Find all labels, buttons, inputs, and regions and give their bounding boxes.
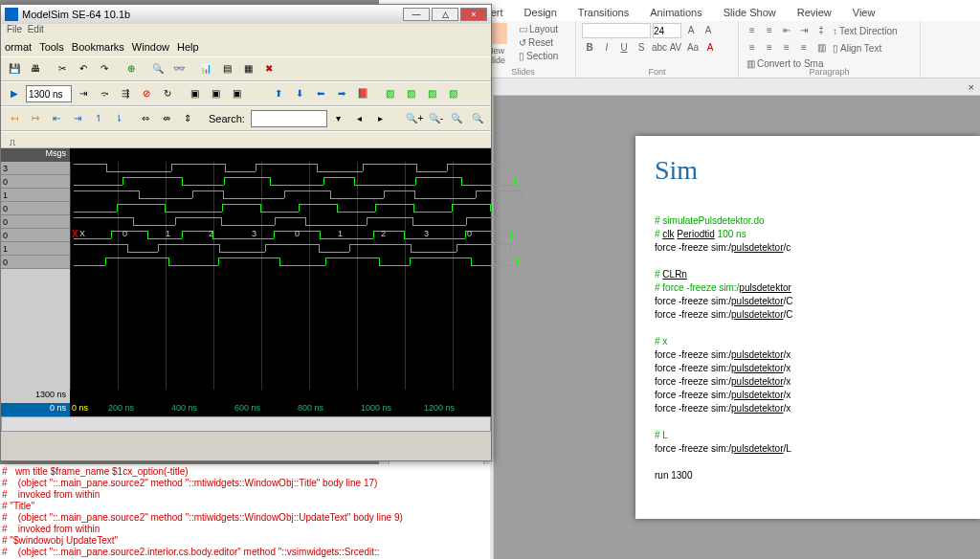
- signal-row[interactable]: 0: [1, 256, 70, 269]
- maximize-button[interactable]: △: [432, 8, 458, 21]
- edge-rise-icon[interactable]: ↿: [89, 109, 108, 128]
- char-spacing-button[interactable]: AV: [668, 40, 683, 56]
- tab-design[interactable]: Design: [514, 4, 568, 21]
- layer3-icon[interactable]: ▧: [422, 84, 441, 103]
- signal-row[interactable]: 0: [1, 202, 70, 215]
- tab-animations[interactable]: Animations: [639, 4, 712, 21]
- save-icon[interactable]: 💾: [5, 59, 24, 78]
- down-arrow-icon[interactable]: ⬇: [290, 84, 309, 103]
- add-icon[interactable]: ⊕: [122, 59, 141, 78]
- tab-transitions[interactable]: Transitions: [568, 4, 639, 21]
- current-slide[interactable]: Sim # simulatePulsdetektor.do# clk Perio…: [635, 136, 980, 519]
- wave-mode-icon[interactable]: ⎍: [5, 133, 20, 146]
- restart-icon[interactable]: ↻: [158, 84, 177, 103]
- waveform-canvas[interactable]: XX012301230: [70, 148, 491, 416]
- numbering-button[interactable]: ≡: [762, 23, 777, 38]
- wave-viewer[interactable]: Msgs 30100010 1300 ns 0 ns XX012301230 0…: [1, 148, 491, 416]
- step-icon[interactable]: ⇥: [74, 84, 93, 103]
- find-next-icon[interactable]: ▸: [371, 109, 390, 128]
- slide-title[interactable]: Sim: [655, 155, 961, 186]
- close-outline-button[interactable]: ×: [969, 81, 974, 93]
- indent-dec-button[interactable]: ⇤: [779, 23, 794, 38]
- find-prev-icon[interactable]: ◂: [350, 109, 369, 128]
- slide-code-block[interactable]: # simulatePulsdetektor.do# clk Periodtid…: [655, 214, 961, 482]
- expand-all-icon[interactable]: ⇕: [178, 109, 197, 128]
- font-family-select[interactable]: [582, 23, 651, 38]
- zoom-out-icon[interactable]: 🔍-: [426, 109, 445, 128]
- horizontal-scrollbar[interactable]: [1, 416, 491, 432]
- line-spacing-button[interactable]: ‡: [813, 23, 829, 38]
- change-case-button[interactable]: Aa: [685, 40, 701, 56]
- slide-editor-area[interactable]: Sim # simulatePulsdetektor.do# clk Perio…: [494, 96, 980, 559]
- align-center-button[interactable]: ≡: [762, 40, 777, 56]
- cancel-icon[interactable]: ✖: [259, 59, 278, 78]
- edge-prev-icon[interactable]: ⇤: [47, 109, 66, 128]
- align-text-button[interactable]: ▯Align Text: [831, 40, 883, 56]
- signal-row[interactable]: 1: [1, 242, 70, 256]
- align-right-button[interactable]: ≡: [779, 40, 794, 56]
- shrink-font-button[interactable]: A: [701, 23, 716, 38]
- run-icon[interactable]: ▶: [5, 84, 24, 103]
- menu-window[interactable]: Window: [132, 41, 169, 53]
- left-arrow-icon[interactable]: ⬅: [311, 84, 330, 103]
- search-dropdown-icon[interactable]: ▾: [329, 109, 348, 128]
- signal-row[interactable]: 0: [1, 229, 70, 242]
- up-arrow-icon[interactable]: ⬆: [269, 84, 288, 103]
- transcript-console[interactable]: # wm title $frame_name $1cx_option(-titl…: [0, 464, 490, 560]
- cut-icon[interactable]: ✂: [53, 59, 72, 78]
- strike-button[interactable]: S: [634, 40, 649, 56]
- align-left-button[interactable]: ≡: [745, 40, 760, 56]
- layer1-icon[interactable]: ▧: [380, 84, 399, 103]
- close-button[interactable]: ×: [460, 8, 487, 21]
- font-color-button[interactable]: A: [702, 40, 718, 56]
- redo-icon[interactable]: ↷: [95, 59, 114, 78]
- menu-format[interactable]: ormat: [5, 41, 32, 53]
- book-icon[interactable]: 📕: [353, 84, 372, 103]
- layer4-icon[interactable]: ▧: [443, 84, 462, 103]
- cursor-next-icon[interactable]: ↦: [26, 109, 45, 128]
- collapse-icon[interactable]: ⇎: [157, 109, 176, 128]
- search-input[interactable]: [251, 110, 327, 127]
- undo-icon[interactable]: ↶: [74, 59, 93, 78]
- expand-icon[interactable]: ⇔: [136, 109, 155, 128]
- layer2-icon[interactable]: ▧: [401, 84, 420, 103]
- edge-fall-icon[interactable]: ⇂: [109, 109, 128, 128]
- zoom-in-icon[interactable]: 🔍+: [405, 109, 424, 128]
- step-over-icon[interactable]: ⤼: [95, 84, 114, 103]
- run-all-icon[interactable]: ⇶: [116, 84, 135, 103]
- zoom-fit-icon[interactable]: 🔍: [468, 109, 487, 128]
- bold-button[interactable]: B: [582, 40, 597, 56]
- cursor-prev-icon[interactable]: ↤: [5, 109, 24, 128]
- tab-slideshow[interactable]: Slide Show: [713, 4, 787, 21]
- grow-font-button[interactable]: A: [683, 23, 699, 38]
- signal-row[interactable]: 1: [1, 189, 70, 202]
- menu-tools[interactable]: Tools: [39, 41, 64, 53]
- group1-icon[interactable]: ▣: [185, 84, 204, 103]
- time-ruler[interactable]: 0 ns 200 ns400 ns600 ns800 ns1000 ns1200…: [70, 390, 491, 416]
- section-button[interactable]: ▯Section: [517, 50, 560, 62]
- zoom-full-icon[interactable]: 🔍: [447, 109, 466, 128]
- shadow-button[interactable]: abc: [651, 40, 666, 56]
- group2-icon[interactable]: ▣: [206, 84, 225, 103]
- indent-inc-button[interactable]: ⇥: [796, 23, 812, 38]
- italic-button[interactable]: I: [599, 40, 614, 56]
- signal-row[interactable]: 0: [1, 215, 70, 229]
- group3-icon[interactable]: ▣: [227, 84, 246, 103]
- layout-button[interactable]: ▭Layout: [517, 23, 560, 35]
- signal-row[interactable]: 0: [1, 175, 70, 189]
- find-icon[interactable]: 🔍: [148, 59, 167, 78]
- signal-row[interactable]: 3: [1, 162, 70, 175]
- right-arrow-icon[interactable]: ➡: [332, 84, 351, 103]
- underline-button[interactable]: U: [616, 40, 632, 56]
- dataflow-icon[interactable]: ▦: [238, 59, 257, 78]
- titlebar[interactable]: ModelSim SE-64 10.1b — △ ×: [1, 5, 491, 24]
- bullets-button[interactable]: ≡: [745, 23, 760, 38]
- tab-view[interactable]: View: [842, 4, 886, 21]
- columns-button[interactable]: ▥: [813, 40, 829, 56]
- print-icon[interactable]: 🖶: [26, 59, 45, 78]
- justify-button[interactable]: ≡: [796, 40, 812, 56]
- run-time-input[interactable]: [26, 85, 72, 102]
- list-icon[interactable]: ▤: [217, 59, 236, 78]
- minimize-button[interactable]: —: [403, 8, 430, 21]
- menu-help[interactable]: Help: [177, 41, 199, 53]
